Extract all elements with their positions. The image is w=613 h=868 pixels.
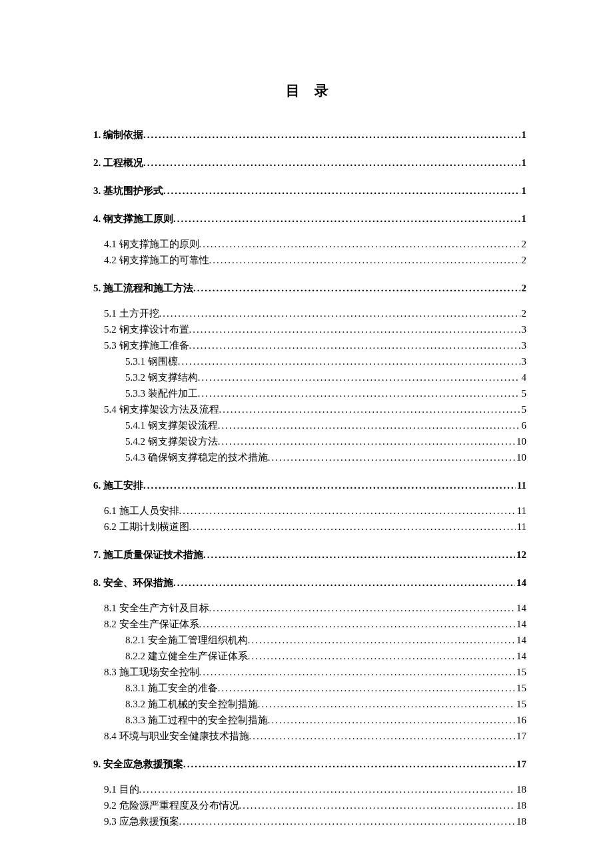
toc-entry-leader [178, 353, 520, 365]
toc-entry-leader [143, 127, 520, 139]
toc-entry: 8.2.1 安全施工管理组织机构 14 [125, 632, 526, 648]
toc-entry-label: 8.2.1 安全施工管理组织机构 [125, 632, 248, 648]
toc-entry-label: 8.2.2 建立健全生产保证体系 [125, 648, 248, 664]
toc-entry: 8. 安全、环保措施14 [93, 575, 526, 591]
toc-entry-page: 1 [520, 183, 527, 199]
toc-entry-label: 3. 基坑围护形式 [93, 183, 163, 199]
toc-entry-leader [198, 385, 520, 397]
toc-entry-page: 15 [515, 664, 526, 680]
toc-entry-leader [268, 449, 515, 461]
toc-entry-label: 8.3.3 施工过程中的安全控制措施 [125, 712, 268, 728]
toc-entry: 4. 钢支撑施工原则1 [93, 211, 526, 227]
toc-entry-label: 9.2 危险源严重程度及分布情况 [104, 797, 239, 813]
toc-entry: 6.1 施工人员安排11 [104, 503, 526, 519]
toc-subgroup: 9.1 目的189.2 危险源严重程度及分布情况189.3 应急救援预案18 [93, 781, 526, 829]
toc-entry-label: 5.4.3 确保钢支撑稳定的技术措施 [125, 449, 268, 465]
toc-entry-leader [249, 728, 516, 740]
toc-entry: 8.2 安全生产保证体系14 [104, 616, 526, 632]
toc-entry-label: 5.4 钢支撑架设方法及流程 [104, 401, 219, 417]
toc-entry-label: 7. 施工质量保证技术措施 [93, 547, 203, 563]
toc-title: 目 录 [93, 80, 526, 103]
toc-entry: 8.3.2 施工机械的安全控制措施15 [125, 696, 526, 712]
toc-entry-page: 4 [520, 369, 527, 385]
toc-entry-page: 11 [516, 519, 526, 535]
toc-entry-leader [199, 664, 516, 676]
toc-entry-label: 9.1 目的 [104, 781, 139, 797]
toc-entry: 9.2 危险源严重程度及分布情况18 [104, 797, 526, 813]
toc-entry-page: 5 [520, 385, 527, 401]
toc-entry-page: 14 [515, 575, 526, 591]
toc-entry-page: 2 [520, 280, 527, 296]
toc-entry: 5.3.1 钢围檩3 [125, 353, 526, 369]
toc-entry-leader [219, 401, 520, 413]
toc-entry-leader [258, 696, 515, 708]
toc-entry: 5.3 钢支撑施工准备3 [104, 337, 526, 353]
toc-entry-leader [248, 648, 515, 660]
toc-entry: 4.1 钢支撑施工的原则2 [104, 236, 526, 252]
toc-entry-label: 8.3.1 施工安全的准备 [125, 680, 218, 696]
toc-entry: 7. 施工质量保证技术措施12 [93, 547, 526, 563]
toc-entry-page: 14 [515, 632, 526, 648]
toc-entry-label: 1. 编制依据 [93, 127, 143, 143]
toc-entry-label: 5.4.1 钢支撑架设流程 [125, 417, 218, 433]
toc-entry-page: 3 [520, 337, 527, 353]
toc-entry-label: 8.3 施工现场安全控制 [104, 664, 199, 680]
toc-entry-leader [218, 433, 515, 445]
toc-entry-leader [218, 680, 515, 692]
toc-entry: 8.1 安全生产方针及目标14 [104, 600, 526, 616]
toc-entry-page: 18 [515, 781, 526, 797]
toc-entry-leader [189, 519, 516, 531]
toc-entry: 5.4 钢支撑架设方法及流程5 [104, 401, 526, 417]
toc-subgroup: 8.1 安全生产方针及目标148.2 安全生产保证体系148.2.1 安全施工管… [93, 600, 526, 744]
toc-entry-leader [163, 183, 520, 195]
toc-entry-label: 9.3 应急救援预案 [104, 813, 179, 829]
toc-entry-label: 5.3 钢支撑施工准备 [104, 337, 189, 353]
toc-entry-page: 14 [515, 616, 526, 632]
toc-entry: 8.3.1 施工安全的准备15 [125, 680, 526, 696]
toc-entry-label: 2. 工程概况 [93, 155, 143, 171]
toc-entry-page: 17 [515, 756, 526, 772]
toc-entry-leader [189, 321, 520, 333]
toc-entry-page: 18 [515, 797, 526, 813]
toc-entry-leader [199, 236, 520, 248]
toc-entry-label: 8.2 安全生产保证体系 [104, 616, 199, 632]
toc-entry: 1. 编制依据1 [93, 127, 526, 143]
toc-entry-page: 2 [520, 305, 527, 321]
toc-entry-label: 4.1 钢支撑施工的原则 [104, 236, 199, 252]
toc-entry-leader [209, 252, 520, 264]
toc-entry: 5.3.2 钢支撑结构4 [125, 369, 526, 385]
toc-entry-label: 5.3.2 钢支撑结构 [125, 369, 198, 385]
toc-entry: 2. 工程概况1 [93, 155, 526, 171]
toc-entry-leader [159, 305, 520, 317]
toc-entry: 6. 施工安排11 [93, 477, 526, 493]
toc-entry-label: 5.3.1 钢围檩 [125, 353, 178, 369]
toc-entry-leader [179, 503, 516, 515]
toc-entry-page: 15 [515, 680, 526, 696]
toc-entry: 5.4.1 钢支撑架设流程 6 [125, 417, 526, 433]
toc-entry-label: 4. 钢支撑施工原则 [93, 211, 173, 227]
toc-entry-label: 8.1 安全生产方针及目标 [104, 600, 209, 616]
toc-entry: 5.2 钢支撑设计布置3 [104, 321, 526, 337]
toc-entry-page: 2 [520, 252, 527, 268]
toc-entry-page: 3 [520, 353, 527, 369]
toc-entry: 8.3.3 施工过程中的安全控制措施16 [125, 712, 526, 728]
toc-entry: 5.3.3 装配件加工5 [125, 385, 526, 401]
toc-entry-label: 8.3.2 施工机械的安全控制措施 [125, 696, 258, 712]
toc-entry-leader [143, 155, 520, 167]
toc-entry-page: 14 [515, 600, 526, 616]
toc-entry-label: 5.1 土方开挖 [104, 305, 159, 321]
toc-subgroup: 4.1 钢支撑施工的原则24.2 钢支撑施工的可靠性 2 [93, 236, 526, 268]
toc-entry-page: 5 [520, 401, 527, 417]
toc-entry: 3. 基坑围护形式1 [93, 183, 526, 199]
toc-entry-leader [248, 632, 515, 644]
toc-entry-page: 2 [520, 236, 527, 252]
toc-subgroup: 5.1 土方开挖25.2 钢支撑设计布置35.3 钢支撑施工准备35.3.1 钢… [93, 305, 526, 465]
toc-entry-page: 10 [515, 433, 526, 449]
toc-container: 1. 编制依据12. 工程概况13. 基坑围护形式14. 钢支撑施工原则14.1… [93, 127, 526, 829]
toc-entry-label: 5.3.3 装配件加工 [125, 385, 198, 401]
toc-entry: 8.4 环境与职业安全健康技术措施17 [104, 728, 526, 744]
toc-entry-leader [143, 477, 516, 489]
toc-entry-page: 3 [520, 321, 527, 337]
toc-entry-page: 1 [520, 211, 527, 227]
toc-entry: 5.1 土方开挖2 [104, 305, 526, 321]
